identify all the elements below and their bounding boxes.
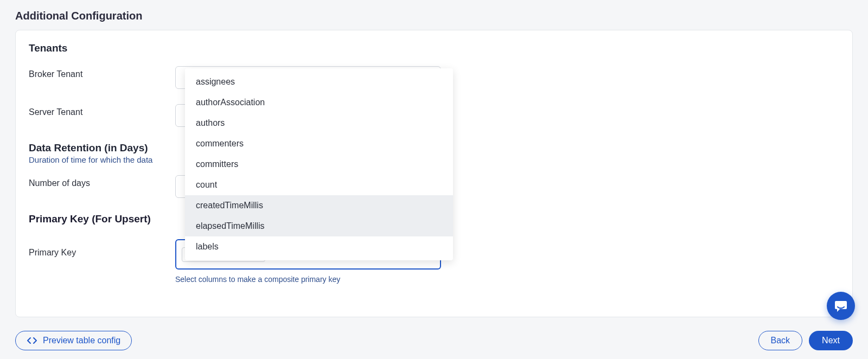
- server-tenant-label: Server Tenant: [29, 104, 175, 117]
- dropdown-item[interactable]: createdTimeMillis: [185, 195, 453, 216]
- dropdown-item[interactable]: count: [185, 175, 453, 195]
- chat-icon: [834, 299, 848, 313]
- num-days-label: Number of days: [29, 175, 175, 188]
- section-title: Additional Configuration: [15, 10, 853, 22]
- back-button[interactable]: Back: [758, 331, 803, 350]
- dropdown-item[interactable]: commenters: [185, 133, 453, 154]
- primary-key-dropdown: assigneesauthorAssociationauthorscomment…: [185, 68, 453, 260]
- dropdown-item[interactable]: labels: [185, 236, 453, 257]
- code-icon: [27, 337, 37, 344]
- primary-key-helper: Select columns to make a composite prima…: [175, 275, 441, 284]
- preview-config-label: Preview table config: [43, 336, 120, 345]
- retention-description: Duration of time for which the data: [29, 155, 171, 164]
- primary-key-label: Primary Key: [29, 239, 175, 258]
- config-card: Tenants Broker Tenant Server Tenant Data…: [15, 30, 853, 317]
- dropdown-item[interactable]: assignees: [185, 72, 453, 92]
- dropdown-item[interactable]: authors: [185, 113, 453, 133]
- dropdown-item[interactable]: committers: [185, 154, 453, 175]
- next-button[interactable]: Next: [809, 331, 853, 350]
- chat-launcher[interactable]: [827, 292, 855, 320]
- tenants-heading: Tenants: [29, 42, 839, 54]
- preview-config-button[interactable]: Preview table config: [15, 331, 132, 350]
- broker-tenant-label: Broker Tenant: [29, 66, 175, 79]
- dropdown-item[interactable]: authorAssociation: [185, 92, 453, 113]
- dropdown-item[interactable]: elapsedTimeMillis: [185, 216, 453, 236]
